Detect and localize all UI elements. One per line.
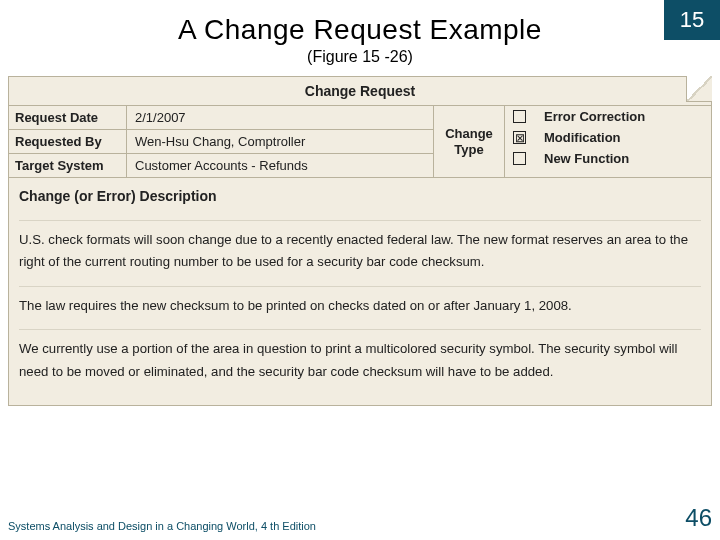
option-error-correction: Error Correction [505, 106, 711, 127]
chapter-number: 15 [680, 7, 704, 32]
option-label: Modification [544, 130, 621, 145]
description-heading: Change (or Error) Description [9, 178, 711, 220]
page-subtitle: (Figure 15 -26) [0, 46, 720, 76]
kv-request-date: Request Date 2/1/2007 [9, 106, 433, 130]
kv-target-system: Target System Customer Accounts - Refund… [9, 154, 433, 177]
page-fold-decoration [686, 76, 712, 102]
change-type-options: Error Correction ⊠ Modification New Func… [505, 106, 711, 177]
checkbox-icon: ⊠ [513, 131, 526, 144]
description-paragraph: U.S. check formats will soon change due … [19, 220, 701, 286]
option-label: New Function [544, 151, 629, 166]
figure-meta-left: Request Date 2/1/2007 Requested By Wen-H… [9, 106, 433, 177]
option-modification: ⊠ Modification [505, 127, 711, 148]
figure-meta-row: Request Date 2/1/2007 Requested By Wen-H… [9, 106, 711, 178]
checkbox-icon [513, 152, 526, 165]
label-request-date: Request Date [9, 106, 127, 129]
change-type-heading: Change Type [433, 106, 505, 177]
footer: Systems Analysis and Design in a Changin… [8, 504, 712, 532]
footer-source: Systems Analysis and Design in a Changin… [8, 520, 316, 532]
kv-requested-by: Requested By Wen-Hsu Chang, Comptroller [9, 130, 433, 154]
label-requested-by: Requested By [9, 130, 127, 153]
page-title: A Change Request Example [0, 0, 720, 46]
checkbox-icon [513, 110, 526, 123]
label-target-system: Target System [9, 154, 127, 177]
description-body: U.S. check formats will soon change due … [9, 220, 711, 405]
change-request-figure: Change Request Request Date 2/1/2007 Req… [8, 76, 712, 406]
chapter-badge: 15 [664, 0, 720, 40]
value-requested-by: Wen-Hsu Chang, Comptroller [127, 130, 433, 153]
slide: 15 A Change Request Example (Figure 15 -… [0, 0, 720, 540]
option-label: Error Correction [544, 109, 645, 124]
footer-page-number: 46 [685, 504, 712, 532]
value-request-date: 2/1/2007 [127, 106, 433, 129]
value-target-system: Customer Accounts - Refunds [127, 154, 433, 177]
figure-heading: Change Request [9, 77, 711, 106]
description-paragraph: We currently use a portion of the area i… [19, 329, 701, 395]
option-new-function: New Function [505, 148, 711, 169]
description-paragraph: The law requires the new checksum to be … [19, 286, 701, 329]
